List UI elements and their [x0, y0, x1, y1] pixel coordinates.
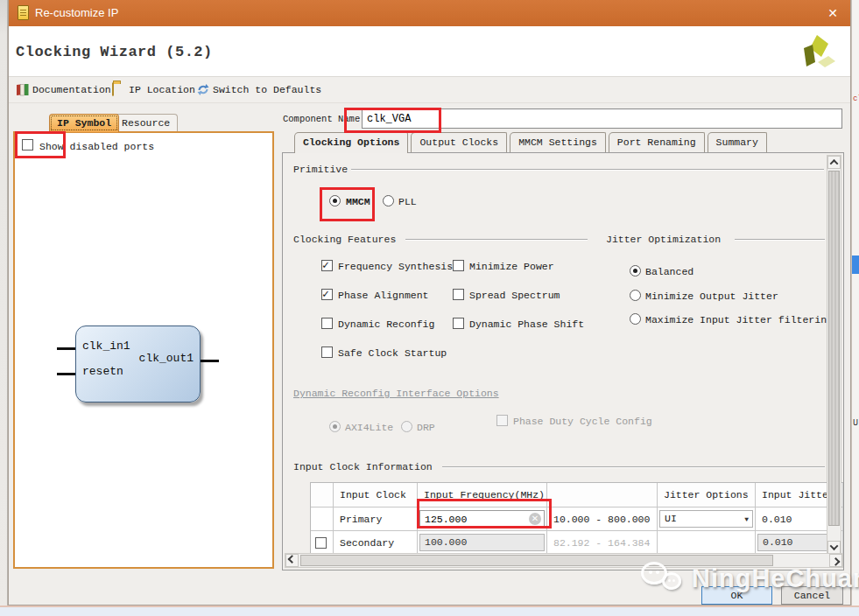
ok-button[interactable]: OK	[701, 586, 772, 605]
divider	[735, 239, 825, 241]
dialog-toolbar: Documentation IP Location Switch to Defa…	[9, 77, 850, 103]
spread-spectrum-checkbox[interactable]	[453, 289, 464, 300]
scroll-left-button[interactable]	[285, 554, 299, 567]
primary-name-cell: Primary	[334, 508, 418, 531]
close-icon[interactable]: ✕	[824, 4, 841, 22]
background-app-left-edge	[0, 0, 8, 616]
secondary-jitter-options-cell	[658, 531, 756, 555]
ip-symbol-panel: Show disabled ports clk_in1 resetn clk_o…	[13, 131, 274, 569]
axi4lite-radio[interactable]	[329, 421, 341, 432]
maximize-input-jitter-filtering-label: Maximize Input Jitter filtering	[645, 314, 833, 326]
tab-summary[interactable]: Summary	[708, 132, 767, 153]
refresh-arrows-icon	[196, 83, 210, 96]
secondary-name-cell: Secondary	[334, 531, 418, 555]
annotation-box-input-frequency	[417, 499, 552, 528]
jitter-optimization-heading: Jitter Optimization	[606, 234, 721, 245]
vertical-scrollbar[interactable]	[827, 155, 841, 555]
dynamic-phase-shift-label: Dynamic Phase Shift	[469, 318, 584, 330]
jitter-options-value: UI	[665, 513, 677, 524]
table-header-input-clock: Input Clock	[334, 483, 418, 508]
horizontal-scrollbar[interactable]	[285, 553, 843, 568]
drp-label: DRP	[417, 422, 435, 433]
scroll-up-button[interactable]	[827, 156, 841, 169]
frequency-synthesis-label: Frequency Synthesis	[338, 261, 453, 272]
chevron-down-icon	[830, 542, 839, 550]
maximize-input-jitter-filtering-radio[interactable]	[630, 313, 641, 325]
ip-symbol-block[interactable]: clk_in1 resetn clk_out1	[75, 326, 201, 402]
screen: cl U Re-customize IP ✕ Clocking Wizard (…	[0, 0, 859, 616]
secondary-range-cell: 82.192 - 164.384	[547, 531, 658, 555]
background-selected-row-fragment	[852, 256, 859, 274]
minimize-output-jitter-radio[interactable]	[630, 290, 641, 301]
annotation-box-component-name	[344, 108, 441, 133]
minimize-power-checkbox[interactable]	[453, 260, 464, 271]
background-text-fragment: cl	[853, 94, 859, 103]
secondary-enable-checkbox[interactable]	[315, 537, 327, 549]
phase-duty-cycle-config-checkbox[interactable]	[496, 415, 508, 426]
scroll-down-button[interactable]	[827, 541, 841, 554]
jitter-options-dropdown[interactable]: UI ▼	[659, 510, 753, 528]
minimize-output-jitter-label: Minimize Output Jitter	[645, 290, 778, 302]
port-clk-out1: clk_out1	[139, 352, 194, 365]
primary-select-cell	[311, 508, 334, 531]
divider	[351, 169, 824, 171]
secondary-frequency-cell: 100.000	[418, 531, 547, 555]
horizontal-scrollbar-thumb[interactable]	[300, 555, 773, 566]
tab-mmcm-settings[interactable]: MMCM Settings	[510, 132, 606, 153]
clk-in1-port-stub	[57, 347, 75, 350]
safe-clock-startup-checkbox[interactable]	[321, 346, 333, 358]
frequency-synthesis-checkbox[interactable]	[321, 260, 333, 271]
folder-icon	[112, 82, 114, 96]
dialog-titlebar[interactable]: Re-customize IP ✕	[9, 0, 850, 26]
documentation-book-icon	[16, 83, 30, 96]
balanced-label: Balanced	[645, 266, 694, 277]
settings-tabs: Clocking Options Output Clocks MMCM Sett…	[294, 132, 767, 153]
safe-clock-startup-label: Safe Clock Startup	[338, 347, 447, 359]
switch-to-defaults-label: Switch to Defaults	[213, 84, 321, 95]
xilinx-logo-icon	[799, 33, 836, 74]
port-resetn: resetn	[82, 365, 123, 378]
tab-ip-symbol[interactable]: IP Symbol	[49, 114, 119, 132]
divider	[405, 239, 588, 241]
table-header-jitter-options: Jitter Options	[658, 483, 756, 508]
documentation-label: Documentation	[32, 84, 111, 95]
tab-resource[interactable]: Resource	[114, 114, 178, 132]
vertical-scrollbar-thumb[interactable]	[828, 171, 840, 526]
dynamic-phase-shift-checkbox[interactable]	[453, 318, 464, 329]
input-clock-information-heading: Input Clock Information	[293, 461, 433, 472]
secondary-select-cell	[311, 531, 334, 555]
phase-duty-cycle-config-label: Phase Duty Cycle Config	[513, 416, 652, 427]
dynamic-reconfig-interface-options-heading: Dynamic Reconfig Interface Options	[293, 388, 499, 399]
balanced-radio[interactable]	[630, 265, 641, 276]
phase-alignment-label: Phase Alignment	[338, 290, 429, 301]
annotation-box-show-disabled-ports	[15, 131, 66, 158]
dialog-icon	[18, 5, 29, 20]
cancel-button[interactable]: Cancel	[781, 586, 843, 605]
pll-radio[interactable]	[383, 195, 394, 206]
phase-alignment-checkbox[interactable]	[321, 289, 333, 300]
background-text-fragment: U	[853, 418, 858, 428]
table-header-select	[311, 483, 334, 508]
secondary-frequency-input[interactable]: 100.000	[419, 534, 545, 551]
chevron-left-icon	[288, 555, 297, 564]
primitive-heading: Primitive	[293, 164, 348, 175]
port-clk-in1: clk_in1	[82, 340, 130, 353]
dynamic-reconfig-checkbox[interactable]	[321, 318, 333, 329]
chevron-down-icon: ▼	[744, 515, 749, 523]
spread-spectrum-label: Spread Spectrum	[469, 290, 560, 301]
tab-port-renaming[interactable]: Port Renaming	[609, 132, 705, 153]
scroll-right-button[interactable]	[829, 554, 842, 567]
drp-radio[interactable]	[401, 421, 412, 432]
primary-jitter-options-cell: UI ▼	[658, 508, 756, 531]
primary-range-cell: 10.000 - 800.000	[547, 508, 658, 531]
background-app-right-edge: cl U	[851, 0, 859, 616]
dialog-title: Re-customize IP	[35, 6, 118, 19]
wizard-title: Clocking Wizard (5.2)	[16, 44, 213, 60]
background-app-bottom-strip	[0, 606, 859, 616]
tab-output-clocks[interactable]: Output Clocks	[411, 132, 507, 153]
minimize-power-label: Minimize Power	[469, 261, 554, 272]
pll-radio-label: PLL	[398, 196, 417, 207]
clocking-features-heading: Clocking Features	[293, 234, 396, 245]
tab-clocking-options[interactable]: Clocking Options	[294, 132, 408, 153]
axi4lite-label: AXI4Lite	[345, 422, 393, 433]
